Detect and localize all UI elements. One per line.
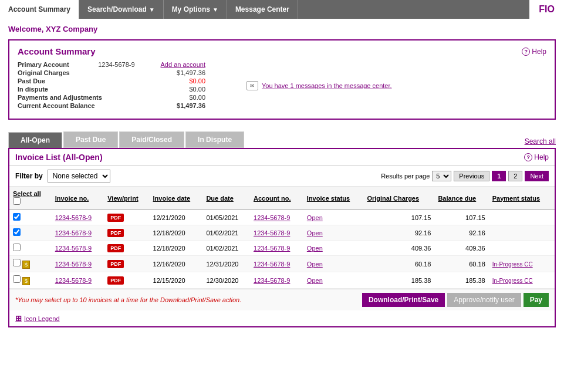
invoice-number-cell: 1234-5678-9 bbox=[52, 272, 104, 289]
original-charges-cell: 92.16 bbox=[363, 225, 434, 241]
invoice-number-link[interactable]: 1234-5678-9 bbox=[55, 261, 92, 268]
invoice-number-link[interactable]: 1234-5678-9 bbox=[55, 214, 92, 221]
account-number-cell: 1234-5678-9 bbox=[250, 225, 303, 241]
plus-icon: ⊞ bbox=[15, 314, 22, 323]
account-number-link[interactable]: 1234-5678-9 bbox=[254, 229, 290, 236]
invoice-number-link[interactable]: 1234-5678-9 bbox=[55, 245, 92, 252]
row-checkbox-cell: $ bbox=[9, 256, 52, 272]
filter-select[interactable]: None selected bbox=[48, 170, 110, 183]
col-invoice-status: Invoice status bbox=[303, 187, 364, 210]
next-page-button[interactable]: Next bbox=[525, 171, 549, 181]
filter-pagination-row: Filter by None selected Results per page… bbox=[9, 166, 555, 187]
results-per-page-select[interactable]: 5 bbox=[432, 171, 451, 181]
invoice-number-cell: 1234-5678-9 bbox=[52, 241, 104, 256]
message-center-link[interactable]: You have 1 messages in the message cente… bbox=[262, 82, 392, 89]
search-all-link[interactable]: Search all bbox=[525, 137, 556, 148]
table-row: 1234-5678-9PDF12/21/202001/05/20211234-5… bbox=[9, 209, 555, 225]
row-checkbox-cell: $ bbox=[9, 272, 52, 289]
message-notice: ✉ You have 1 messages in the message cen… bbox=[246, 61, 392, 110]
account-number-cell: 1234-5678-9 bbox=[250, 256, 303, 272]
results-per-page-label: Results per page bbox=[381, 173, 430, 180]
invoice-list-box: Invoice List (All-Open) ? Help Filter by… bbox=[8, 148, 556, 327]
account-number-cell: 1234-5678-9 bbox=[250, 209, 303, 225]
select-all-checkbox[interactable] bbox=[13, 197, 21, 205]
pdf-button[interactable]: PDF bbox=[107, 229, 124, 237]
tab-all-open[interactable]: All-Open bbox=[8, 132, 62, 148]
approve-notify-button[interactable]: Approve/notify user bbox=[447, 293, 521, 307]
invoice-status-link[interactable]: Open bbox=[307, 261, 323, 268]
in-dispute-row: In dispute $0.00 bbox=[18, 86, 205, 93]
col-due-date: Due date bbox=[202, 187, 250, 210]
row-checkbox[interactable] bbox=[13, 213, 21, 221]
pdf-button[interactable]: PDF bbox=[107, 276, 124, 285]
row-checkbox[interactable] bbox=[13, 259, 21, 266]
account-summary-title: Account Summary bbox=[18, 46, 96, 56]
pagination-controls: Results per page 5 Previous 1 2 Next bbox=[381, 171, 549, 181]
payment-status-link[interactable]: In-Progress CC bbox=[492, 261, 533, 268]
account-number-link[interactable]: 1234-5678-9 bbox=[254, 261, 290, 268]
row-checkbox[interactable] bbox=[13, 244, 21, 251]
pdf-button[interactable]: PDF bbox=[107, 214, 124, 222]
chevron-down-icon: ▼ bbox=[212, 6, 218, 13]
view-print-cell: PDF bbox=[104, 225, 149, 241]
welcome-message: Welcome, XYZ Company bbox=[8, 25, 556, 33]
invoice-footer: *You may select up to 10 invoices at a t… bbox=[9, 289, 555, 310]
account-details: Primary Account 1234-5678-9 Add an accou… bbox=[18, 61, 546, 110]
invoice-number-link[interactable]: 1234-5678-9 bbox=[55, 277, 92, 284]
invoice-list-help[interactable]: ? Help bbox=[524, 153, 549, 161]
account-fields: Primary Account 1234-5678-9 Add an accou… bbox=[18, 61, 205, 110]
payment-status-link[interactable]: In-Progress CC bbox=[492, 278, 533, 284]
row-checkbox[interactable] bbox=[13, 228, 21, 236]
download-print-save-button[interactable]: Download/Print/Save bbox=[362, 293, 445, 307]
nav-tab-search-download[interactable]: Search/Download ▼ bbox=[79, 0, 164, 19]
nav-tab-my-options[interactable]: My Options ▼ bbox=[164, 0, 227, 19]
pdf-button[interactable]: PDF bbox=[107, 244, 124, 252]
icon-legend-link[interactable]: ⊞ Icon Legend bbox=[9, 310, 555, 326]
row-checkbox[interactable] bbox=[13, 275, 21, 283]
invoice-date-cell: 12/15/2020 bbox=[150, 272, 203, 289]
pdf-button[interactable]: PDF bbox=[107, 260, 124, 268]
due-date-cell: 01/05/2021 bbox=[202, 209, 250, 225]
invoice-status-link[interactable]: Open bbox=[307, 229, 323, 236]
past-due-row: Past Due $0.00 bbox=[18, 77, 205, 85]
col-payment-status: Payment status bbox=[489, 187, 555, 210]
row-icon-btn[interactable]: $ bbox=[22, 261, 30, 269]
row-icon-btn[interactable]: $ bbox=[22, 277, 30, 285]
chevron-down-icon: ▼ bbox=[149, 6, 155, 13]
invoice-status-link[interactable]: Open bbox=[307, 214, 323, 221]
col-balance-due: Balance due bbox=[434, 187, 488, 210]
invoice-status-link[interactable]: Open bbox=[307, 245, 323, 252]
row-checkbox-cell bbox=[9, 241, 52, 256]
invoice-number-link[interactable]: 1234-5678-9 bbox=[55, 229, 92, 236]
balance-due-cell: 409.36 bbox=[434, 241, 488, 256]
view-print-cell: PDF bbox=[104, 241, 149, 256]
current-balance-row: Current Account Balance $1,497.36 bbox=[18, 102, 205, 109]
tab-past-due[interactable]: Past Due bbox=[63, 131, 118, 148]
invoice-status-link[interactable]: Open bbox=[307, 277, 323, 284]
previous-page-button[interactable]: Previous bbox=[454, 171, 489, 181]
payment-status-cell bbox=[489, 241, 555, 256]
col-view-print: View/print bbox=[104, 187, 149, 210]
account-number-link[interactable]: 1234-5678-9 bbox=[254, 277, 290, 284]
page-2-button[interactable]: 2 bbox=[508, 171, 522, 181]
filter-label: Filter by bbox=[15, 172, 43, 180]
account-number-link[interactable]: 1234-5678-9 bbox=[254, 245, 290, 252]
tab-paid-closed[interactable]: Paid/Closed bbox=[119, 131, 184, 148]
invoice-tab-bar: All-Open Past Due Paid/Closed In Dispute… bbox=[8, 131, 556, 148]
table-row: 1234-5678-9PDF12/18/202001/02/20211234-5… bbox=[9, 225, 555, 241]
original-charges-cell: 409.36 bbox=[363, 241, 434, 256]
invoice-status-cell: Open bbox=[303, 241, 364, 256]
nav-tab-message-center[interactable]: Message Center bbox=[227, 0, 298, 19]
page-1-button[interactable]: 1 bbox=[492, 171, 506, 181]
nav-tab-account-summary[interactable]: Account Summary bbox=[0, 0, 79, 19]
view-print-cell: PDF bbox=[104, 256, 149, 272]
original-charges-cell: 60.18 bbox=[363, 256, 434, 272]
pay-button[interactable]: Pay bbox=[524, 293, 549, 307]
account-summary-help[interactable]: ? Help bbox=[522, 48, 546, 56]
account-number-link[interactable]: 1234-5678-9 bbox=[254, 214, 290, 221]
balance-due-cell: 185.38 bbox=[434, 272, 488, 289]
view-print-cell: PDF bbox=[104, 209, 149, 225]
tab-in-dispute[interactable]: In Dispute bbox=[185, 131, 244, 148]
col-original-charges: Original Charges bbox=[363, 187, 434, 210]
select-all-label[interactable]: Select all bbox=[13, 190, 41, 197]
